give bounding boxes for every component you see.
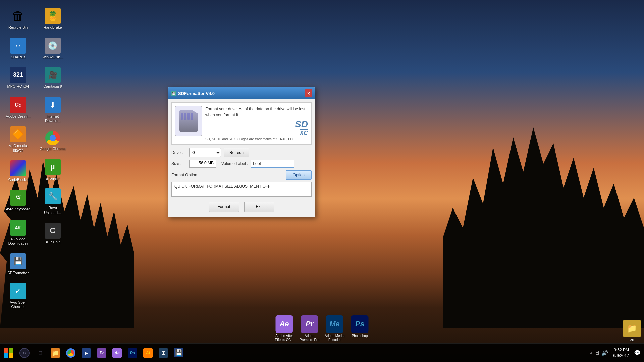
notification-icon[interactable]: 💬 (634, 350, 641, 356)
dock-icon-after-effects[interactable]: Ae Adobe After Effects CC... (273, 315, 296, 342)
desktop-icon-avro-keyboard[interactable]: অ Avro Keyboard (3, 188, 33, 213)
taskbar-chrome-icon[interactable] (63, 344, 78, 362)
format-button[interactable]: Format (209, 202, 239, 212)
taskbar-pinned-apps: 📁 ▶ Pr Ae Ps Ai ⊞ 💾 (48, 344, 186, 362)
dialog-titlebar: 💾 SDFormatter V4.0 × (168, 87, 315, 99)
taskbar-photoshop-icon[interactable]: Ps (125, 344, 140, 362)
taskbar: ○ ⧉ 📁 ▶ Pr Ae Ps Ai (0, 343, 644, 362)
sd-card-icon (175, 106, 202, 136)
volume-label: Volume Label : (221, 161, 248, 166)
sd-card-visual (179, 110, 198, 132)
desktop-icon-win32disk[interactable]: 💿 Win32Disk... (38, 36, 67, 61)
desktop-icon-camtasia[interactable]: 🎥 Camtasia 9 (38, 66, 67, 90)
dialog-title-icon: 💾 (171, 90, 176, 96)
windows-logo-icon (4, 348, 13, 358)
volume-label-input[interactable] (251, 160, 294, 168)
desktop-icon-vlc[interactable]: 🔶 VLC media player (3, 125, 33, 154)
taskbar-right-area: ∧ 🖥 🔊 3:52 PM 6/9/2017 💬 (590, 347, 644, 359)
sdformatter-dialog: 💾 SDFormatter V4.0 × (168, 87, 315, 217)
hidden-icons-button[interactable]: ∧ (590, 351, 593, 355)
dialog-footer: Format Exit (171, 200, 312, 214)
desktop-icon-internet-downloader[interactable]: ⬇ Internet Downlo... (38, 96, 67, 124)
desktop-icons-area: 🗑 Recycle Bin ↔ SHAREit 321 MPC-HC x64 C… (3, 7, 62, 310)
dialog-header: Format your drive. All of the data on th… (171, 102, 312, 145)
desktop-icon-mpc-hc[interactable]: 321 MPC-HC x64 (3, 66, 33, 90)
volume-icon[interactable]: 🔊 (601, 350, 608, 356)
taskbar-illustrator-icon[interactable]: Ai (140, 344, 156, 362)
dock-icons-area: Ae Adobe After Effects CC... Pr Adobe Pr… (273, 315, 372, 342)
network-icon[interactable]: 🖥 (594, 350, 600, 356)
size-row: Size : 56.0 MB Volume Label : (171, 160, 312, 168)
taskbar-start-button[interactable] (0, 344, 17, 362)
desktop-icon-3dp-chip[interactable]: C 3DP Chip (38, 221, 67, 246)
bottom-right-all-icon[interactable]: 📁 all (623, 320, 641, 342)
desktop-icon-codeblocks[interactable]: CodeBlocks (3, 159, 33, 183)
desktop-icon-utorrent[interactable]: μ μTorrent (38, 158, 67, 182)
dock-icon-photoshop[interactable]: Ps Photoshop (348, 315, 372, 342)
desktop-icon-shareit[interactable]: ↔ SHAREit (3, 36, 33, 61)
desktop-icon-avro-spell[interactable]: ✓ Avro Spell Checker (3, 282, 33, 310)
dialog-header-description: Format your drive. All of the data on th… (205, 106, 308, 118)
dialog-trademark-text: SD, SDHC and SDXC Logos are trademarks o… (205, 137, 308, 141)
size-display: 56.0 MB (189, 160, 216, 168)
taskbar-file-explorer-icon[interactable]: 📁 (48, 344, 63, 362)
drive-label: Drive : (171, 150, 186, 155)
taskbar-active-app-icon[interactable]: 💾 (171, 344, 186, 362)
system-clock[interactable]: 3:52 PM 6/9/2017 (610, 347, 632, 359)
drive-select[interactable]: G: H: I: (189, 148, 221, 157)
taskbar-aftereffects-icon[interactable]: Ae (109, 344, 125, 362)
format-option-label: Format Option : (171, 173, 199, 177)
format-option-row: Format Option : Option (171, 170, 312, 180)
desktop-icon-handbrake[interactable]: 🍍 HandBrake (38, 7, 67, 31)
taskbar-task-view-button[interactable]: ⧉ (32, 344, 48, 362)
dialog-close-button[interactable]: × (305, 89, 312, 97)
taskbar-more-apps-icon[interactable]: ⊞ (156, 344, 171, 362)
dialog-title-text: SDFormatter V4.0 (178, 91, 215, 96)
desktop-icon-sdformatter[interactable]: 💾 SDFormatter (3, 252, 33, 277)
desktop-icon-adobe-create[interactable]: Cc Adobe Creati... (3, 96, 33, 120)
exit-button[interactable]: Exit (244, 202, 274, 212)
option-button[interactable]: Option (286, 170, 312, 180)
taskbar-cortana-button[interactable]: ○ (17, 344, 32, 362)
sdxc-logo: SD XC (205, 120, 308, 136)
desktop-icon-google-chrome[interactable]: Google Chrome (38, 129, 67, 153)
desktop-icon-4k-video[interactable]: 4K 4K Video Downloader (3, 218, 33, 247)
desktop-icon-recycle-bin[interactable]: 🗑 Recycle Bin (3, 7, 33, 31)
refresh-button[interactable]: Refresh (224, 148, 249, 157)
taskbar-mediaplayer-icon[interactable]: ▶ (78, 344, 94, 362)
size-label: Size : (171, 161, 186, 166)
dock-icon-media-encoder[interactable]: Me Adobe Media Encoder (323, 315, 346, 342)
drive-row: Drive : G: H: I: Refresh (171, 148, 312, 157)
desktop-icon-revo[interactable]: 🔧 Revo Uninstall... (38, 187, 67, 216)
dialog-content-area: Format your drive. All of the data on th… (168, 99, 315, 217)
dock-icon-premiere-pro[interactable]: Pr Adobe Premiere Pro (298, 315, 321, 342)
taskbar-premiere-icon[interactable]: Pr (94, 344, 109, 362)
format-options-display: QUICK FORMAT, FORMAT SIZE ADJUSTMENT OFF (171, 182, 312, 197)
